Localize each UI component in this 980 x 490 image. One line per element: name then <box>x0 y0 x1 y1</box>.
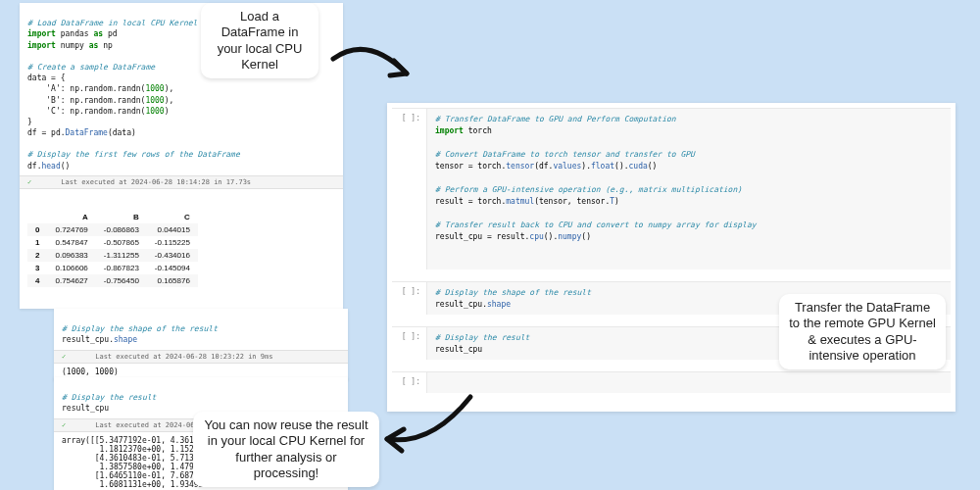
code-line: (). <box>544 232 558 241</box>
code-comment: # Perform a GPU-intensive operation (e.g… <box>435 185 742 194</box>
alias: pd <box>108 29 118 38</box>
table-cell: 0.724769 <box>47 223 95 236</box>
attr: values <box>553 162 581 171</box>
exec-timestamp: Last executed at 2024-06-28 10:14:28 in … <box>61 178 251 186</box>
col-header: A <box>47 211 95 223</box>
table-cell: -1.311255 <box>96 249 147 262</box>
code-comment: # Transfer DataFrame to GPU and Perform … <box>435 115 676 123</box>
code-line: df = pd. <box>27 128 66 137</box>
code-line: ), <box>165 84 174 93</box>
right-cell-gpu: [ ]: # Transfer DataFrame to GPU and Per… <box>392 108 951 270</box>
table-cell: 0.754627 <box>47 274 95 287</box>
func: DataFrame <box>66 128 108 137</box>
kw-import: import <box>27 41 56 50</box>
kw-as: as <box>93 29 103 38</box>
code-line: () <box>581 232 591 241</box>
exec-status-bar: ✓Last executed at 2024-06-28 10:23:22 in… <box>54 350 348 364</box>
code-comment: # Display the result <box>62 393 156 402</box>
check-icon: ✓ <box>27 178 31 186</box>
cell-prompt: [ ]: <box>392 109 426 270</box>
code-line: result_cpu. <box>435 300 487 309</box>
attr: shape <box>114 335 137 344</box>
table-cell: 1 <box>27 236 47 249</box>
callout-load-df: Load a DataFrame in your local CPU Kerne… <box>201 3 318 78</box>
func: numpy <box>558 232 581 241</box>
arrow-icon <box>372 392 480 461</box>
code-line: } <box>27 118 32 126</box>
code-block[interactable] <box>426 372 951 393</box>
code-block: # Transfer DataFrame to GPU and Perform … <box>426 109 951 270</box>
check-icon: ✓ <box>62 353 66 361</box>
left-cell-shape: # Display the shape of the result result… <box>54 309 348 380</box>
table-row: 40.754627-0.7564500.165876 <box>27 274 198 287</box>
table-cell: 0 <box>27 223 47 236</box>
code-line: (). <box>614 162 628 171</box>
table-cell: -0.115225 <box>147 236 198 249</box>
code-comment: # Transfer result back to CPU and conver… <box>435 220 757 229</box>
cell-prompt: [ ]: <box>392 327 426 360</box>
code-comment: # Display the result <box>435 333 529 342</box>
code-comment: # Create a sample DataFrame <box>27 63 155 72</box>
exec-status-bar: ✓Last executed at 2024-06-28 10:14:28 in… <box>20 175 343 189</box>
kw-import: import <box>27 29 56 38</box>
dataframe-table: A B C 00.724769-0.0868630.04401510.54784… <box>27 211 198 287</box>
code-line: ) <box>614 197 619 206</box>
num: 1000 <box>145 84 164 93</box>
code-line: 'C': np.random.randn( <box>27 107 145 116</box>
mod: numpy <box>61 41 84 50</box>
code-line: ) <box>165 107 170 116</box>
code-line: ), <box>165 96 174 105</box>
code-line: (data) <box>108 128 136 137</box>
code-line: result_cpu. <box>62 335 114 344</box>
code-line: result_cpu <box>435 345 482 354</box>
code-comment: # Convert DataFrame to torch tensor and … <box>435 150 695 159</box>
col-idx <box>27 211 47 223</box>
func: float <box>591 162 614 171</box>
code-line: () <box>61 162 71 171</box>
table-row: 30.106606-0.867823-0.145094 <box>27 262 198 274</box>
table-cell: -0.434016 <box>147 249 198 262</box>
table-cell: 0.044015 <box>147 223 198 236</box>
check-icon: ✓ <box>62 421 66 429</box>
output-area: A B C 00.724769-0.0868630.04401510.54784… <box>20 189 343 309</box>
arrow-icon <box>323 29 441 118</box>
code-line: (tensor, tensor. <box>534 197 610 206</box>
func: matmul <box>506 197 534 206</box>
table-cell: -0.867823 <box>96 262 147 274</box>
cell-prompt: [ ]: <box>392 372 426 393</box>
func: head <box>41 162 60 171</box>
table-cell: 0.096383 <box>47 249 95 262</box>
table-cell: 3 <box>27 262 47 274</box>
num: 1000 <box>145 96 164 105</box>
mod: torch <box>468 126 492 135</box>
code-line: ). <box>581 162 591 171</box>
table-cell: 0.165876 <box>147 274 198 287</box>
func: cpu <box>529 232 543 241</box>
callout-transfer-gpu: Transfer the DataFrame to the remote GPU… <box>779 294 946 369</box>
code-line: 'B': np.random.randn( <box>27 96 145 105</box>
code-line: data = { <box>27 74 66 82</box>
code-block: # Display the shape of the result result… <box>54 309 348 350</box>
num: 1000 <box>145 107 164 116</box>
alias: np <box>103 41 113 50</box>
table-cell: -0.507865 <box>96 236 147 249</box>
cell-prompt: [ ]: <box>392 282 426 315</box>
table-cell: 0.106606 <box>47 262 95 274</box>
table-row: 20.096383-1.311255-0.434016 <box>27 249 198 262</box>
right-cell-empty[interactable]: [ ]: <box>392 371 951 393</box>
code-line: tensor = torch. <box>435 162 506 171</box>
code-line: result_cpu = result. <box>435 232 529 241</box>
code-comment: # Display the shape of the result <box>435 288 591 297</box>
col-header: C <box>147 211 198 223</box>
col-header: B <box>96 211 147 223</box>
table-row: 00.724769-0.0868630.044015 <box>27 223 198 236</box>
table-cell: -0.086863 <box>96 223 147 236</box>
mod: pandas <box>61 29 89 38</box>
table-cell: -0.145094 <box>147 262 198 274</box>
code-comment: # Load DataFrame in local CPU Kernel <box>27 19 197 27</box>
code-line: 'A': np.random.randn( <box>27 84 145 93</box>
code-line: result = torch. <box>435 197 506 206</box>
func: cuda <box>629 162 648 171</box>
table-cell: 2 <box>27 249 47 262</box>
code-line: df. <box>27 162 41 171</box>
